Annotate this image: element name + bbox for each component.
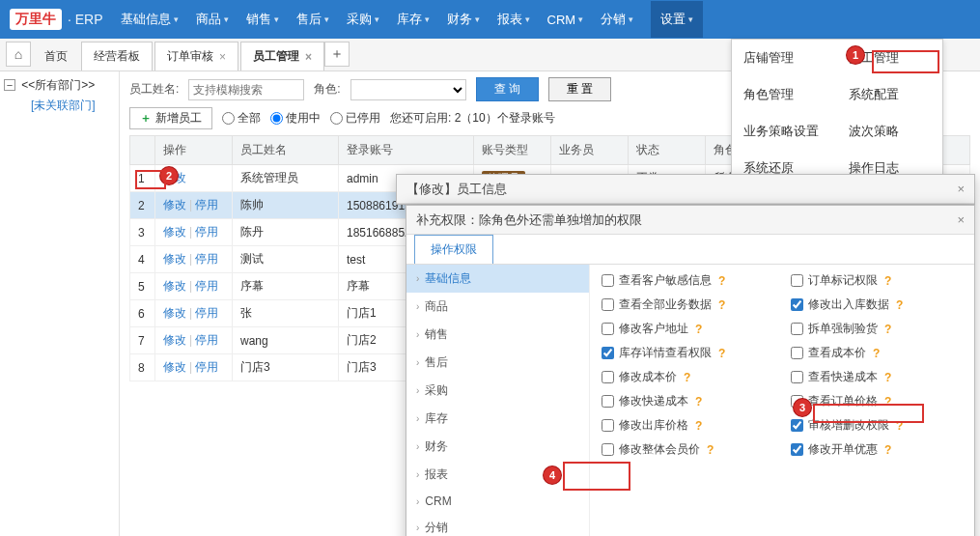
radio-all[interactable]: 全部 bbox=[222, 110, 261, 127]
row-action[interactable]: 停用 bbox=[195, 360, 218, 374]
dd-role-mgmt[interactable]: 角色管理 bbox=[732, 76, 837, 113]
tree-node[interactable]: ›报表 bbox=[406, 461, 589, 489]
help-icon[interactable]: ? bbox=[684, 371, 690, 384]
perm-checkbox[interactable]: 拆单强制验货? bbox=[791, 321, 963, 337]
help-icon[interactable]: ? bbox=[718, 274, 725, 288]
help-icon[interactable]: ? bbox=[884, 274, 891, 288]
perm-checkbox[interactable]: 库存详情查看权限? bbox=[602, 345, 773, 361]
perm-checkbox[interactable]: 查看成本价? bbox=[791, 345, 963, 361]
close-icon[interactable]: × bbox=[219, 50, 226, 64]
tab-staff-mgmt[interactable]: 员工管理× bbox=[240, 42, 324, 71]
perm-checkbox[interactable]: 修改出入库数据? bbox=[791, 296, 963, 313]
side-all-depts[interactable]: <<所有部门>> bbox=[21, 78, 95, 92]
tab-order-audit[interactable]: 订单审核× bbox=[154, 42, 238, 71]
perm-checkbox[interactable]: 审核增删改权限? bbox=[791, 417, 963, 434]
row-action[interactable]: 停用 bbox=[195, 333, 218, 347]
help-icon[interactable]: ? bbox=[896, 298, 903, 312]
row-action[interactable]: 修改 bbox=[163, 198, 186, 212]
perm-checkbox[interactable]: 修改出库价格? bbox=[602, 417, 773, 434]
row-action[interactable]: 修改 bbox=[163, 252, 186, 266]
row-action[interactable]: 停用 bbox=[195, 225, 218, 239]
reset-button[interactable]: 重 置 bbox=[548, 77, 611, 101]
tab-op-perm[interactable]: 操作权限 bbox=[414, 235, 493, 264]
row-action[interactable]: 停用 bbox=[195, 252, 218, 266]
annotation-marker-1: 1 bbox=[847, 46, 864, 64]
add-tab-icon[interactable]: ＋ bbox=[324, 42, 350, 67]
perm-checkbox[interactable]: 查看快递成本? bbox=[791, 369, 963, 385]
row-action[interactable]: 停用 bbox=[195, 198, 218, 212]
perm-checkbox[interactable]: 修改整体会员价? bbox=[602, 441, 773, 458]
help-icon[interactable]: ? bbox=[695, 419, 702, 433]
dd-shop-mgmt[interactable]: 店铺管理 bbox=[732, 40, 837, 76]
perm-checkbox[interactable]: 查看订单价格? bbox=[791, 393, 963, 409]
perm-checkbox[interactable]: 修改成本价? bbox=[602, 369, 773, 385]
row-action[interactable]: 停用 bbox=[195, 279, 218, 293]
row-action[interactable]: 修改 bbox=[163, 279, 186, 293]
tree-node[interactable]: ›采购 bbox=[406, 377, 589, 405]
help-icon[interactable]: ? bbox=[884, 323, 891, 336]
perm-checkbox[interactable]: 修改客户地址? bbox=[602, 321, 773, 337]
tree-node[interactable]: ›商品 bbox=[406, 293, 589, 321]
tree-node[interactable]: ›财务 bbox=[406, 433, 589, 461]
input-name[interactable] bbox=[188, 79, 304, 100]
tree-node[interactable]: ›基础信息 bbox=[406, 265, 589, 293]
help-icon[interactable]: ? bbox=[884, 395, 891, 409]
tree-node[interactable]: ›销售 bbox=[406, 321, 589, 349]
dd-biz-policy[interactable]: 业务策略设置 bbox=[732, 113, 837, 150]
row-action[interactable]: 停用 bbox=[195, 306, 218, 320]
query-button[interactable]: 查 询 bbox=[476, 77, 539, 101]
perm-checkbox[interactable]: 查看全部业务数据? bbox=[602, 296, 773, 313]
side-unassigned[interactable]: [未关联部门] bbox=[4, 98, 115, 114]
help-icon[interactable]: ? bbox=[884, 443, 891, 457]
help-icon[interactable]: ? bbox=[718, 347, 725, 360]
help-icon[interactable]: ? bbox=[896, 419, 903, 433]
nav-basic[interactable]: 基础信息▾ bbox=[121, 11, 179, 28]
help-icon[interactable]: ? bbox=[695, 323, 702, 336]
tree-node[interactable]: ›库存 bbox=[406, 405, 589, 433]
nav-finance[interactable]: 财务▾ bbox=[447, 11, 480, 28]
perm-checkbox[interactable]: 查看客户敏感信息? bbox=[602, 272, 773, 289]
radio-using[interactable]: 使用中 bbox=[270, 110, 321, 127]
cell-name: 序幕 bbox=[233, 273, 339, 300]
dd-wave-policy[interactable]: 波次策略 bbox=[837, 113, 942, 150]
nav-aftersale[interactable]: 售后▾ bbox=[296, 11, 329, 28]
help-icon[interactable]: ? bbox=[718, 298, 725, 312]
dd-sys-config[interactable]: 系统配置 bbox=[837, 76, 942, 113]
tree-node[interactable]: ›售后 bbox=[406, 349, 589, 377]
help-icon[interactable]: ? bbox=[884, 371, 891, 384]
nav-purchase[interactable]: 采购▾ bbox=[347, 11, 379, 28]
close-icon[interactable]: × bbox=[305, 50, 312, 64]
perm-checkbox[interactable]: 修改快递成本? bbox=[602, 393, 773, 409]
row-action[interactable]: 修改 bbox=[163, 225, 186, 239]
collapse-icon[interactable]: − bbox=[4, 79, 15, 91]
home-icon[interactable]: ⌂ bbox=[6, 42, 31, 67]
nav-stock[interactable]: 库存▾ bbox=[397, 11, 430, 28]
row-action[interactable]: 修改 bbox=[163, 333, 186, 347]
nav-sales[interactable]: 销售▾ bbox=[246, 11, 279, 28]
nav-goods[interactable]: 商品▾ bbox=[196, 11, 229, 28]
cell-name: 张 bbox=[233, 300, 339, 327]
help-icon[interactable]: ? bbox=[873, 347, 880, 360]
topnav-menu: 基础信息▾ 商品▾ 销售▾ 售后▾ 采购▾ 库存▾ 财务▾ 报表▾ CRM▾ 分… bbox=[121, 11, 704, 28]
close-icon[interactable]: × bbox=[957, 212, 965, 227]
close-icon[interactable]: × bbox=[957, 182, 965, 196]
chevron-right-icon: › bbox=[416, 273, 419, 284]
select-role[interactable] bbox=[350, 79, 466, 100]
tab-dashboard[interactable]: 经营看板 bbox=[81, 42, 153, 71]
perm-checkbox[interactable]: 订单标记权限? bbox=[791, 272, 963, 289]
nav-report[interactable]: 报表▾ bbox=[497, 11, 530, 28]
row-action[interactable]: 修改 bbox=[163, 306, 186, 320]
tab-home[interactable]: 首页 bbox=[33, 42, 79, 71]
nav-crm[interactable]: CRM▾ bbox=[547, 11, 584, 28]
cell-op: 修改|停用 bbox=[155, 354, 233, 381]
add-staff-button[interactable]: ＋新增员工 bbox=[129, 107, 212, 129]
help-icon[interactable]: ? bbox=[695, 395, 702, 409]
perm-checkbox[interactable]: 修改开单优惠? bbox=[791, 441, 963, 458]
tree-node[interactable]: ›分销 bbox=[406, 514, 589, 536]
tree-node[interactable]: ›CRM bbox=[406, 489, 589, 514]
radio-disabled[interactable]: 已停用 bbox=[330, 110, 380, 127]
nav-settings[interactable]: 设置▾ bbox=[651, 1, 703, 38]
row-action[interactable]: 修改 bbox=[163, 360, 186, 374]
nav-dist[interactable]: 分销▾ bbox=[601, 11, 633, 28]
help-icon[interactable]: ? bbox=[707, 443, 714, 457]
